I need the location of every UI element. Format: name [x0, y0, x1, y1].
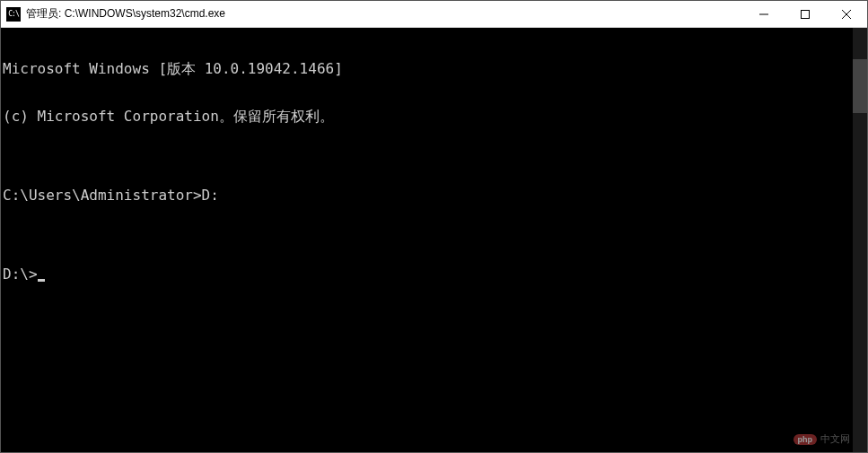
minimize-button[interactable] — [743, 1, 785, 27]
close-icon — [842, 10, 851, 19]
watermark-badge: php — [793, 434, 818, 445]
scrollbar[interactable] — [853, 28, 867, 452]
window-title: 管理员: C:\WINDOWS\system32\cmd.exe — [26, 6, 743, 22]
maximize-button[interactable] — [785, 1, 826, 27]
cursor — [38, 279, 45, 282]
watermark: php 中文网 — [793, 432, 851, 446]
terminal-prompt: D:\> — [3, 266, 867, 283]
terminal-line: (c) Microsoft Corporation。保留所有权利。 — [3, 109, 867, 125]
scrollbar-thumb[interactable] — [853, 59, 867, 113]
terminal-area[interactable]: Microsoft Windows [版本 10.0.19042.1466] (… — [1, 28, 867, 452]
cmd-icon: C:\ — [6, 7, 21, 22]
prompt-text: D:\> — [3, 266, 38, 283]
terminal-line: Microsoft Windows [版本 10.0.19042.1466] — [3, 61, 867, 77]
cmd-window: C:\ 管理员: C:\WINDOWS\system32\cmd.exe Mic… — [0, 0, 868, 453]
maximize-icon — [801, 10, 810, 19]
minimize-icon — [759, 10, 768, 19]
svg-rect-1 — [802, 10, 810, 18]
window-controls — [743, 1, 867, 27]
terminal-line: C:\Users\Administrator>D: — [3, 187, 867, 204]
titlebar[interactable]: C:\ 管理员: C:\WINDOWS\system32\cmd.exe — [1, 1, 867, 28]
close-button[interactable] — [826, 1, 867, 27]
watermark-text: 中文网 — [820, 432, 850, 446]
